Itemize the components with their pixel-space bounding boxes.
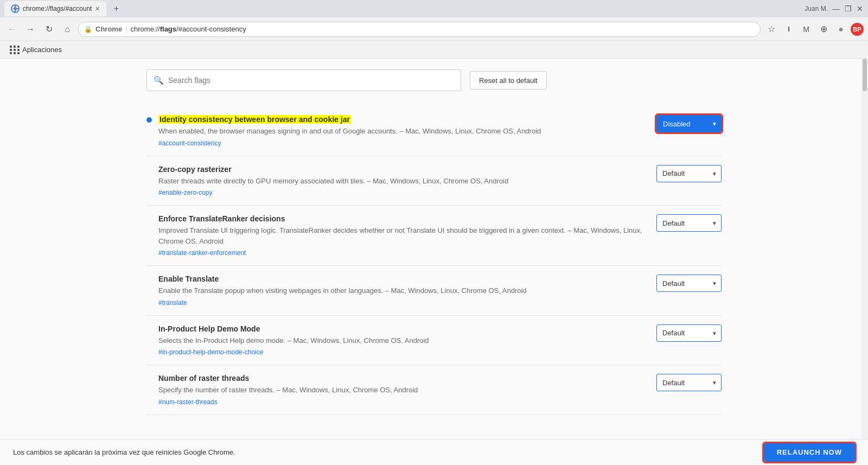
flag-dot bbox=[146, 327, 152, 332]
flag-select-wrapper: DefaultDisabledEnabled bbox=[656, 214, 722, 232]
flag-title: Zero-copy rasterizer bbox=[158, 165, 650, 174]
flag-info: Zero-copy rasterizerRaster threads write… bbox=[158, 165, 650, 197]
apps-label: Aplicaciones bbox=[22, 46, 62, 54]
apps-grid-icon bbox=[10, 46, 20, 54]
flag-select-wrapper: Default1234 bbox=[656, 374, 722, 391]
close-button[interactable]: ✕ bbox=[856, 5, 864, 12]
title-bar-right: Juan M. — ❐ ✕ bbox=[805, 5, 864, 12]
reset-all-button[interactable]: Reset all to default bbox=[470, 71, 547, 90]
flag-control: DefaultDisabledEnabled bbox=[656, 275, 722, 292]
flag-description: Improved Translate UI triggering logic. … bbox=[158, 225, 650, 246]
flag-control: DefaultDisabledEnabled bbox=[656, 165, 722, 182]
flag-anchor-link[interactable]: #enable-zero-copy bbox=[158, 189, 212, 196]
flag-title: Identity consistency between browser and… bbox=[158, 115, 650, 124]
address-bar[interactable]: 🔒 Chrome | chrome://flags/#account-consi… bbox=[78, 22, 761, 37]
flag-description: Specify the number of raster threads. – … bbox=[158, 385, 650, 396]
tab-title: chrome://flags/#account bbox=[23, 5, 92, 12]
flag-dot bbox=[146, 216, 152, 222]
flag-select[interactable]: DefaultDisabledEnabled bbox=[656, 324, 722, 342]
new-tab-button[interactable]: + bbox=[108, 1, 124, 16]
user-icon[interactable]: ● bbox=[833, 22, 848, 37]
flag-item: In-Product Help Demo ModeSelects the In-… bbox=[146, 316, 722, 366]
flag-anchor-link[interactable]: #account-consistency bbox=[158, 139, 221, 147]
flag-control: DefaultDisabledEnabled bbox=[656, 214, 722, 232]
avatar[interactable]: BP bbox=[851, 23, 864, 36]
home-button[interactable]: ⌂ bbox=[60, 22, 75, 37]
toolbar-right: ☆ I M ⊕ ● BP bbox=[764, 22, 864, 37]
history-icon[interactable]: I bbox=[781, 22, 796, 37]
search-box[interactable]: 🔍 bbox=[146, 69, 461, 91]
user-label: Juan M. bbox=[805, 5, 828, 12]
flag-select[interactable]: DefaultDisabledEnabled bbox=[656, 214, 722, 232]
flag-info: Identity consistency between browser and… bbox=[158, 115, 650, 147]
flag-select[interactable]: DefaultDisabledEnabled bbox=[656, 115, 722, 132]
scrollbar-track[interactable] bbox=[861, 59, 868, 439]
flag-select-wrapper: DefaultDisabledEnabled bbox=[656, 324, 722, 342]
flag-item: Number of raster threadsSpecify the numb… bbox=[146, 365, 722, 415]
flag-info: Enforce TranslateRanker decisionsImprove… bbox=[158, 214, 650, 257]
url-separator: | bbox=[125, 25, 127, 33]
flag-select[interactable]: DefaultDisabledEnabled bbox=[656, 275, 722, 292]
lock-icon: 🔒 bbox=[84, 26, 92, 33]
tab-favicon bbox=[11, 4, 20, 13]
flag-dot bbox=[146, 117, 152, 123]
flag-dot bbox=[146, 376, 152, 381]
reload-button[interactable]: ↻ bbox=[41, 22, 56, 37]
flag-title: Enable Translate bbox=[158, 275, 650, 283]
flag-description: Enable the Translate popup when visiting… bbox=[158, 285, 650, 296]
flag-info: Enable TranslateEnable the Translate pop… bbox=[158, 275, 650, 307]
flag-anchor-link[interactable]: #translate bbox=[158, 299, 187, 307]
back-button[interactable]: ← bbox=[4, 22, 20, 37]
flag-select[interactable]: DefaultDisabledEnabled bbox=[656, 165, 722, 182]
flag-description: Selects the In-Product Help demo mode. –… bbox=[158, 335, 650, 346]
flag-item: Enable TranslateEnable the Translate pop… bbox=[146, 266, 722, 316]
bookmark-icon[interactable]: ☆ bbox=[764, 22, 779, 37]
flag-description: Raster threads write directly to GPU mem… bbox=[158, 176, 650, 187]
flag-anchor-link[interactable]: #num-raster-threads bbox=[158, 398, 218, 406]
search-section: 🔍 Reset all to default bbox=[146, 69, 722, 91]
toolbar: ← → ↻ ⌂ 🔒 Chrome | chrome://flags/#accou… bbox=[0, 17, 868, 41]
mail-icon[interactable]: M bbox=[799, 22, 814, 37]
minimize-button[interactable]: — bbox=[832, 5, 840, 12]
scrollbar-thumb[interactable] bbox=[863, 59, 867, 91]
flag-item: Enforce TranslateRanker decisionsImprove… bbox=[146, 206, 722, 266]
flag-dot bbox=[146, 167, 152, 173]
chrome-label: Chrome bbox=[95, 25, 122, 33]
search-input[interactable] bbox=[168, 76, 454, 85]
title-bar: chrome://flags/#account ✕ + Juan M. — ❐ … bbox=[0, 0, 868, 17]
extensions-icon[interactable]: ⊕ bbox=[816, 22, 831, 37]
flag-control: DefaultDisabledEnabled bbox=[656, 115, 722, 132]
flag-info: In-Product Help Demo ModeSelects the In-… bbox=[158, 324, 650, 356]
bookmarks-bar: Aplicaciones bbox=[0, 41, 868, 59]
flag-description: When enabled, the browser manages signin… bbox=[158, 126, 650, 137]
flag-anchor-link[interactable]: #translate-ranker-enforcement bbox=[158, 249, 246, 257]
flag-title-highlighted: Identity consistency between browser and… bbox=[158, 115, 351, 124]
page-content: 🔍 Reset all to default Identity consiste… bbox=[0, 59, 868, 464]
url-text: chrome://flags/#account-consistency bbox=[131, 25, 246, 33]
flag-dot bbox=[146, 277, 152, 282]
title-bar-left: chrome://flags/#account ✕ + bbox=[4, 1, 124, 16]
flag-select-wrapper: DefaultDisabledEnabled bbox=[656, 115, 722, 132]
flag-select[interactable]: Default1234 bbox=[656, 374, 722, 391]
flag-info: Number of raster threadsSpecify the numb… bbox=[158, 374, 650, 406]
bottom-message-text: Los cambios se aplicarán la próxima vez … bbox=[13, 448, 235, 456]
flag-control: Default1234 bbox=[656, 374, 722, 391]
flag-anchor-link[interactable]: #in-product-help-demo-mode-choice bbox=[158, 348, 263, 356]
apps-button[interactable]: Aplicaciones bbox=[7, 44, 65, 55]
flags-container: 🔍 Reset all to default Identity consiste… bbox=[136, 69, 732, 415]
url-bold: flags bbox=[160, 25, 176, 33]
flag-title: Number of raster threads bbox=[158, 374, 650, 383]
flag-control: DefaultDisabledEnabled bbox=[656, 324, 722, 342]
flags-list: Identity consistency between browser and… bbox=[146, 106, 722, 415]
svg-point-1 bbox=[14, 7, 17, 10]
flag-title: In-Product Help Demo Mode bbox=[158, 324, 650, 333]
flag-item: Identity consistency between browser and… bbox=[146, 106, 722, 156]
browser-tab[interactable]: chrome://flags/#account ✕ bbox=[4, 1, 106, 16]
flag-item: Zero-copy rasterizerRaster threads write… bbox=[146, 156, 722, 206]
maximize-button[interactable]: ❐ bbox=[844, 5, 852, 12]
forward-button[interactable]: → bbox=[23, 22, 38, 37]
flag-title: Enforce TranslateRanker decisions bbox=[158, 214, 650, 223]
bottom-message: Los cambios se aplicarán la próxima vez … bbox=[13, 448, 235, 456]
relaunch-now-button[interactable]: RELAUNCH NOW bbox=[764, 443, 855, 462]
tab-close-button[interactable]: ✕ bbox=[95, 5, 100, 12]
